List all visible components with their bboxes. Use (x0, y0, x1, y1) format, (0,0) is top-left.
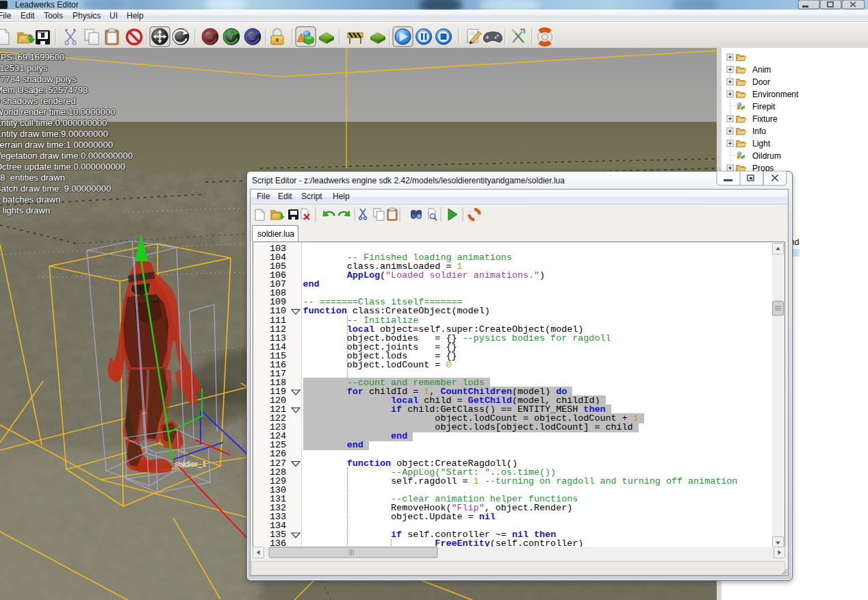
svg-text:soldier_1: soldier_1 (175, 460, 207, 468)
